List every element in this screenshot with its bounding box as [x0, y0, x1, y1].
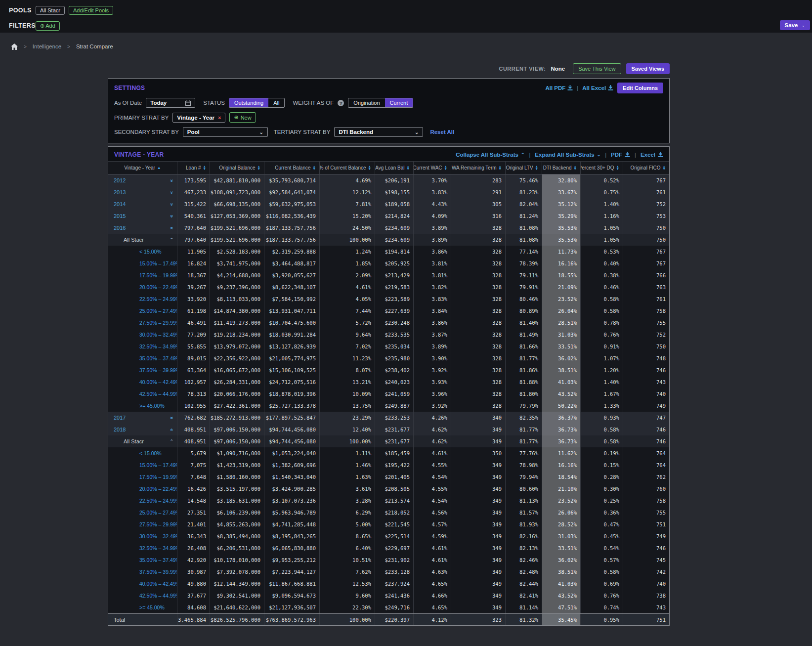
row-label-cell[interactable]: 2015» [108, 210, 177, 222]
row-label-cell[interactable]: 2012» [108, 174, 177, 186]
sort-icon[interactable]: ▲▼ [663, 166, 666, 170]
excel-link[interactable]: Excel [641, 152, 663, 158]
row-label-cell: 30.00% – 32.49% [108, 329, 177, 341]
table-cell: 316 [451, 210, 506, 222]
sort-icon[interactable]: ▲▼ [203, 166, 206, 170]
table-cell: 767 [623, 246, 669, 258]
row-label: 25.00% – 27.49% [112, 510, 177, 516]
row-label-cell: 37.50% – 39.99% [108, 364, 177, 376]
weight-origination[interactable]: Origination [348, 98, 385, 107]
reset-all-link[interactable]: Reset All [430, 129, 454, 135]
pool-chip-all-stacr[interactable]: All Stacr [36, 6, 65, 15]
row-label-cell[interactable]: 2017» [108, 412, 177, 424]
collapse-caret-icon[interactable]: « [170, 428, 175, 431]
table-cell: 3.86% [414, 246, 451, 258]
table-cell: 35.45% [542, 614, 581, 625]
sort-icon[interactable]: ▲▼ [444, 166, 447, 170]
column-header-dti-backend[interactable]: DTI Backend▲▼ [542, 162, 581, 174]
row-label-cell[interactable]: All Stacr⌃ [108, 435, 177, 447]
column-header-label: WA Remaining Term [452, 165, 497, 171]
row-label: 2018 [112, 427, 126, 432]
table-cell: 328 [451, 352, 506, 364]
column-header-vintage-year[interactable]: Vintage - Year▲ [108, 162, 177, 174]
column-header-percent-30-dq[interactable]: Percent 30+ DQ▲▼ [581, 162, 623, 174]
column-header-current-balance[interactable]: Current Balance▲▼ [264, 162, 320, 174]
close-icon[interactable]: × [218, 115, 221, 121]
sort-icon[interactable]: ▲▼ [407, 166, 410, 170]
column-header-of-current-balance[interactable]: % of Current Balance▲▼ [320, 162, 375, 174]
column-header-original-fico[interactable]: Original FICO▲▼ [623, 162, 669, 174]
expand-all-substrats-link[interactable]: Expand All Sub-Strats⌄ [535, 152, 600, 158]
tertiary-strat-select[interactable]: DTI Backend⌄ [334, 127, 423, 137]
help-icon[interactable]: ? [338, 100, 344, 106]
column-header-current-wac[interactable]: Current WAC▲▼ [414, 162, 451, 174]
column-header-original-balance[interactable]: Original Balance▲▼ [210, 162, 264, 174]
save-this-view-button[interactable]: Save This View [573, 63, 621, 74]
sort-icon[interactable]: ▲▼ [257, 166, 260, 170]
column-header-wa-remaining-term[interactable]: WA Remaining Term▲▼ [451, 162, 506, 174]
row-label: 17.50% – 19.99% [112, 474, 177, 480]
expand-caret-icon[interactable]: » [170, 203, 175, 206]
expand-caret-icon[interactable]: » [170, 179, 175, 182]
collapse-caret-icon[interactable]: ⌃ [170, 439, 173, 444]
table-row: < 15.00%11,905$2,528,183,000$2,319,259,8… [108, 246, 669, 258]
sort-icon[interactable]: ▲▼ [313, 166, 316, 170]
table-cell: 0.69% [581, 578, 623, 590]
status-all[interactable]: All [268, 98, 284, 107]
all-pdf-link[interactable]: All PDF [545, 85, 573, 91]
as-of-date-input[interactable]: Today [146, 98, 195, 108]
home-icon[interactable] [11, 43, 18, 50]
table-cell: 0.58% [581, 305, 623, 317]
save-button[interactable]: Save ⌄ [780, 20, 810, 30]
calendar-icon[interactable] [185, 100, 191, 106]
table-cell: 4.55% [414, 459, 451, 471]
all-excel-link[interactable]: All Excel [582, 85, 613, 91]
sort-icon[interactable]: ▲▼ [535, 166, 538, 170]
row-label-cell[interactable]: All Stacr⌃ [108, 234, 177, 246]
table-cell: 738 [623, 590, 669, 602]
weight-current[interactable]: Current [385, 98, 413, 107]
column-header-loan[interactable]: Loan #▲▼ [177, 162, 210, 174]
secondary-strat-select[interactable]: Pool⌄ [183, 127, 268, 137]
table-cell: 7,075 [177, 459, 210, 471]
row-label-cell[interactable]: 2013» [108, 186, 177, 198]
collapse-all-substrats-link[interactable]: Collapse All Sub-Strats⌃ [456, 152, 524, 158]
table-cell: 81.80% [506, 388, 542, 400]
row-label-cell[interactable]: 2014» [108, 198, 177, 210]
edit-columns-button[interactable]: Edit Columns [617, 83, 663, 93]
table-cell: 81.40% [506, 317, 542, 329]
breadcrumb-intelligence[interactable]: Intelligence [33, 43, 61, 49]
sort-icon[interactable]: ▲▼ [499, 166, 502, 170]
table-cell: 748 [623, 352, 669, 364]
row-label-cell[interactable]: 2018« [108, 424, 177, 435]
table-cell: 0.36% [581, 507, 623, 518]
expand-caret-icon[interactable]: » [170, 191, 175, 194]
expand-caret-icon[interactable]: » [170, 416, 175, 419]
table-cell: 328 [451, 400, 506, 412]
table-cell: 82.41% [506, 590, 542, 602]
sort-asc-icon[interactable]: ▲ [157, 166, 161, 170]
row-label-cell[interactable]: 2016« [108, 222, 177, 234]
column-header-avg-loan-bal[interactable]: Avg Loan Bal▲▼ [375, 162, 414, 174]
pdf-link[interactable]: PDF [611, 152, 630, 158]
add-filter-button[interactable]: ⊕Add [36, 21, 60, 31]
add-edit-pools-button[interactable]: Add/Edit Pools [69, 6, 113, 15]
row-label: 42.50% – 44.99% [112, 593, 177, 599]
collapse-caret-icon[interactable]: ⌃ [170, 237, 173, 242]
sort-icon[interactable]: ▲▼ [574, 166, 577, 170]
table-cell: 77.76% [506, 447, 542, 459]
expand-caret-icon[interactable]: » [170, 215, 175, 217]
row-label: 37.50% – 39.99% [112, 569, 177, 575]
collapse-caret-icon[interactable]: « [170, 226, 175, 229]
status-outstanding[interactable]: Outstanding [229, 98, 268, 107]
saved-views-button[interactable]: Saved Views [626, 63, 670, 74]
table-row: 17.50% – 19.99%7,648$1,580,160,000$1,540… [108, 471, 669, 483]
row-label-cell: 30.00% – 32.49% [108, 530, 177, 542]
sort-icon[interactable]: ▲▼ [368, 166, 371, 170]
column-header-original-ltv[interactable]: Original LTV▲▼ [506, 162, 542, 174]
table-cell: 79.11% [506, 269, 542, 281]
sort-icon[interactable]: ▲▼ [616, 166, 619, 170]
primary-strat-chip[interactable]: Vintage - Year × [172, 113, 225, 123]
breadcrumb-separator: > [24, 44, 27, 49]
new-strat-button[interactable]: ⊕New [229, 112, 256, 123]
